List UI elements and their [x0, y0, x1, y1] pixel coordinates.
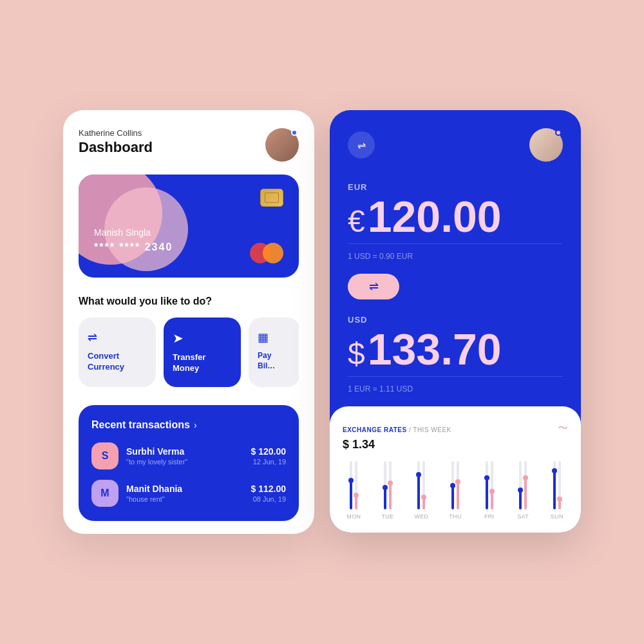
bar-label-tue: TUE: [381, 513, 393, 520]
tx-note-1: "to my lovely sister": [126, 458, 243, 466]
bar-track-pink-thu: [457, 461, 459, 509]
bar-fill-blue-mon: [350, 480, 352, 509]
chart-current-value: $ 1.34: [343, 438, 568, 451]
tx-amount-2: $ 112.00: [251, 484, 287, 494]
bar-track-pink-tue: [389, 461, 392, 509]
from-currency-code: EUR: [348, 182, 563, 192]
from-exchange-rate: 1 USD = 0.90 EUR: [348, 243, 563, 261]
transaction-avatar-s: S: [91, 442, 118, 469]
to-currency-section: USD $ 133.70 1 EUR = 1.11 USD: [348, 315, 563, 393]
bar-dot-blue-wed: [416, 472, 421, 477]
bar-container-thu: [444, 461, 467, 509]
right-avatar-dot: [555, 129, 562, 136]
bar-fill-pink-thu: [457, 482, 459, 510]
to-currency-code: USD: [348, 315, 563, 325]
right-panel: ⇌ EUR € 120.00 1 USD = 0.90 EUR ⇌ USD $ …: [330, 110, 581, 533]
bar-track-pink-wed: [422, 461, 425, 509]
chart-header: EXCHANGE RATES / THIS WEEK 〜: [343, 422, 568, 435]
bar-dot-blue-fri: [484, 475, 489, 480]
table-row: M Manit Dhania "house rent" $ 112.00 08 …: [91, 480, 286, 507]
bar-track-pink-mon: [355, 461, 357, 509]
bar-container-fri: [478, 461, 500, 509]
filter-button[interactable]: ⇌: [348, 131, 375, 158]
from-currency-section: EUR € 120.00 1 USD = 0.90 EUR: [348, 182, 563, 261]
to-currency-value: 133.70: [368, 327, 502, 371]
transfer-label: TransferMoney: [173, 352, 205, 374]
bar-group-wed: WED: [410, 461, 433, 520]
actions-section-title: What would you like to do?: [79, 296, 299, 307]
transaction-avatar-m: M: [91, 480, 118, 507]
credit-card: Manish Singla **** **** 2340: [79, 175, 299, 278]
bar-fill-blue-sat: [519, 490, 522, 509]
bar-container-sat: [512, 461, 535, 509]
bar-dot-blue-mon: [348, 478, 354, 483]
swap-button[interactable]: ⇌: [348, 274, 399, 299]
tx-amount-1: $ 120.00: [251, 446, 287, 457]
bar-track-mon: [350, 461, 352, 509]
convert-currency-button[interactable]: ⇌ ConvertCurrency: [79, 317, 156, 387]
card-chip-icon: [260, 189, 283, 207]
bar-chart: MON TUE: [343, 462, 568, 520]
transaction-info-2: Manit Dhania "house rent": [126, 484, 243, 503]
bar-label-thu: THU: [449, 513, 461, 520]
right-header: ⇌: [348, 128, 563, 162]
convert-label: ConvertCurrency: [88, 351, 124, 373]
pay-bills-button[interactable]: ▦ PayBil…: [249, 317, 299, 387]
bar-group-sun: SUN: [545, 461, 568, 520]
dashboard-title: Dashboard: [79, 139, 153, 156]
bar-label-sun: SUN: [551, 513, 564, 520]
bar-container-sun: [545, 461, 568, 509]
chart-title: EXCHANGE RATES / THIS WEEK: [343, 426, 451, 433]
from-currency-symbol: €: [348, 206, 365, 237]
card-holder-name: Manish Singla: [94, 227, 283, 238]
transaction-info-1: Surbhi Verma "to my lovely sister": [126, 446, 243, 466]
to-exchange-rate: 1 EUR = 1.11 USD: [348, 376, 563, 393]
action-buttons: ⇌ ConvertCurrency ➤ TransferMoney ▦ PayB…: [79, 317, 299, 387]
avatar-online-dot: [291, 129, 298, 136]
tx-amount-col-1: $ 120.00 12 Jun, 19: [251, 446, 287, 466]
convert-icon: ⇌: [88, 330, 97, 345]
bar-track-tue: [384, 461, 386, 509]
chart-title-group: EXCHANGE RATES / THIS WEEK: [343, 423, 451, 435]
bar-label-fri: FRI: [484, 513, 494, 520]
bar-dot-pink-sun: [557, 497, 562, 502]
bar-label-sat: SAT: [517, 513, 529, 520]
bar-dot-pink-sat: [523, 475, 528, 480]
bar-dot-pink-fri: [489, 489, 495, 494]
pay-label: PayBil…: [258, 351, 275, 371]
card-info: Manish Singla **** **** 2340: [94, 227, 283, 253]
bar-group-fri: FRI: [478, 461, 500, 520]
bar-group-sat: SAT: [512, 461, 535, 520]
bar-track-thu: [451, 461, 454, 509]
bar-dot-blue-thu: [450, 483, 455, 488]
from-currency-value: 120.00: [368, 194, 502, 238]
bar-dot-pink-mon: [354, 493, 359, 498]
to-currency-symbol: $: [348, 339, 365, 370]
bar-group-mon: MON: [343, 461, 365, 520]
chart-trend-icon: 〜: [558, 422, 568, 435]
bar-dot-pink-thu: [455, 479, 460, 484]
transfer-money-button[interactable]: ➤ TransferMoney: [164, 317, 241, 387]
bar-track-pink-sat: [524, 461, 527, 509]
card-number: **** **** 2340: [94, 242, 283, 253]
bar-track-fri: [486, 461, 488, 509]
bar-track-sun: [553, 461, 556, 509]
bar-track-pink-fri: [491, 461, 493, 509]
bar-container-mon: [343, 461, 365, 509]
filter-icon: ⇌: [357, 139, 366, 151]
bar-container-wed: [410, 461, 433, 509]
bar-dot-blue-sat: [518, 488, 523, 493]
tx-name-1: Surbhi Verma: [126, 446, 243, 457]
right-avatar-container: [529, 128, 563, 162]
transactions-arrow-icon[interactable]: ›: [194, 420, 197, 430]
bar-dot-pink-wed: [421, 495, 426, 500]
from-currency-amount: € 120.00: [348, 194, 563, 238]
bar-fill-blue-wed: [417, 475, 420, 509]
bar-group-tue: TUE: [377, 461, 399, 520]
bar-group-thu: THU: [444, 461, 467, 520]
pay-icon: ▦: [258, 330, 269, 345]
left-panel: Katherine Collins Dashboard Manish Singl…: [63, 110, 314, 534]
bar-track-sat: [519, 461, 522, 509]
tx-date-1: 12 Jun, 19: [251, 458, 287, 466]
left-header: Katherine Collins Dashboard: [79, 128, 299, 162]
